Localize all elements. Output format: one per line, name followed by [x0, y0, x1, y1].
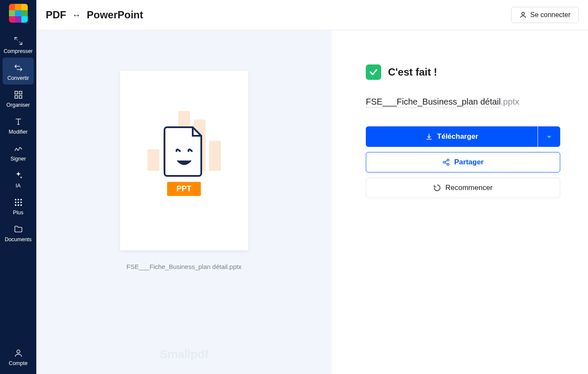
- header: PDF ↔ PowerPoint Se connecter: [36, 0, 588, 30]
- actions-pane: C'est fait ! FSE___Fiche_Business_plan d…: [332, 30, 588, 374]
- svg-point-9: [20, 202, 22, 203]
- sidebar-item-label: Modifier: [9, 129, 27, 135]
- share-label: Partager: [454, 158, 484, 167]
- download-button[interactable]: Télécharger: [366, 126, 538, 147]
- sidebar-item-more[interactable]: Plus: [0, 192, 36, 219]
- svg-point-17: [447, 164, 449, 166]
- sidebar-item-label: Compte: [9, 360, 28, 366]
- user-icon: [519, 11, 527, 19]
- sidebar-item-compress[interactable]: Compresser: [0, 31, 36, 58]
- svg-rect-3: [19, 96, 21, 98]
- share-icon: [442, 158, 450, 166]
- sparkle-icon: [13, 170, 24, 181]
- sidebar-item-label: Plus: [13, 210, 23, 216]
- svg-point-10: [15, 205, 16, 206]
- svg-point-13: [17, 350, 20, 353]
- sidebar-item-organize[interactable]: Organiser: [0, 85, 36, 111]
- swap-icon: ↔: [72, 10, 81, 20]
- svg-point-14: [522, 12, 524, 15]
- download-icon: [425, 133, 433, 140]
- sidebar-item-modify[interactable]: Modifier: [0, 111, 36, 138]
- preview-filename: FSE___Fiche_Business_plan détail.pptx: [126, 263, 241, 270]
- svg-point-4: [15, 199, 16, 201]
- ppt-badge: PPT: [167, 182, 201, 196]
- sidebar: Compresser Convertir Organiser Modifier: [0, 0, 36, 374]
- title-left: PDF: [46, 9, 66, 21]
- sidebar-item-sign[interactable]: Signer: [0, 138, 36, 165]
- result-filename[interactable]: FSE___Fiche_Business_plan détail.pptx: [366, 97, 560, 107]
- login-button[interactable]: Se connecter: [511, 7, 579, 23]
- sidebar-item-label: Organiser: [6, 102, 30, 108]
- sidebar-item-label: Signer: [10, 156, 26, 162]
- svg-rect-0: [15, 91, 17, 94]
- signature-icon: [13, 143, 24, 154]
- login-label: Se connecter: [530, 11, 570, 19]
- compress-icon: [13, 36, 24, 46]
- svg-point-16: [443, 161, 445, 164]
- preview-pane: PPT FSE___Fiche_Business_plan détail.ppt…: [36, 30, 332, 374]
- check-icon: [366, 64, 381, 80]
- done-text: C'est fait !: [388, 66, 437, 78]
- restart-icon: [433, 184, 441, 192]
- grid-icon: [13, 197, 24, 207]
- app-logo[interactable]: [9, 4, 28, 23]
- organize-icon: [13, 90, 24, 100]
- download-label: Télécharger: [437, 132, 478, 141]
- sidebar-item-convert[interactable]: Convertir: [3, 58, 34, 85]
- svg-rect-2: [15, 96, 17, 98]
- user-icon: [13, 348, 24, 358]
- svg-point-8: [18, 202, 19, 203]
- watermark: Smallpdf: [159, 348, 208, 361]
- svg-point-6: [20, 199, 22, 201]
- download-dropdown-button[interactable]: [538, 126, 560, 147]
- sidebar-item-account[interactable]: Compte: [0, 343, 36, 370]
- svg-rect-1: [19, 91, 21, 94]
- preview-card: PPT: [120, 71, 248, 250]
- svg-point-11: [18, 205, 19, 206]
- svg-point-12: [20, 205, 22, 206]
- share-button[interactable]: Partager: [366, 152, 560, 172]
- title-right: PowerPoint: [87, 9, 143, 21]
- sidebar-item-label: Documents: [5, 237, 32, 243]
- sidebar-item-label: Convertir: [7, 75, 29, 81]
- restart-button[interactable]: Recommencer: [366, 178, 560, 198]
- svg-point-15: [447, 159, 449, 161]
- filename-base: FSE___Fiche_Business_plan détail: [366, 97, 501, 108]
- convert-icon: [13, 63, 24, 73]
- sidebar-item-documents[interactable]: Documents: [0, 219, 36, 246]
- filename-ext: .pptx: [501, 97, 519, 106]
- chevron-down-icon: [546, 134, 552, 140]
- page-title: PDF ↔ PowerPoint: [46, 9, 143, 21]
- svg-point-7: [15, 202, 16, 203]
- folder-icon: [13, 224, 24, 234]
- sidebar-item-label: IA: [16, 183, 21, 189]
- file-illustration: PPT: [164, 126, 205, 196]
- restart-label: Recommencer: [445, 184, 493, 192]
- text-icon: [13, 117, 24, 127]
- svg-point-5: [18, 199, 19, 201]
- sidebar-item-label: Compresser: [3, 48, 32, 54]
- sidebar-item-ai[interactable]: IA: [0, 165, 36, 192]
